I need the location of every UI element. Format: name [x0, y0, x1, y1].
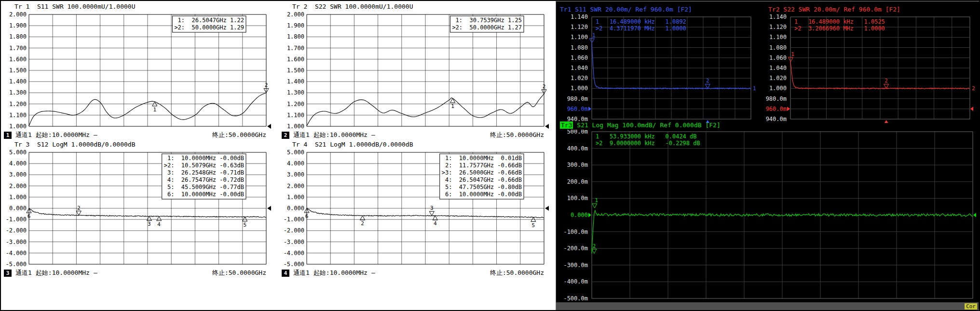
sweep-indicator: —	[371, 268, 375, 278]
svg-text:5.000: 5.000	[9, 149, 27, 156]
svg-text:4: 26.5047GHz -0.66dB: 4: 26.5047GHz -0.66dB	[442, 176, 522, 183]
svg-text:2: 2	[706, 78, 709, 84]
svg-text:-1.000: -1.000	[6, 216, 27, 223]
sweep-indicator: —	[94, 268, 97, 278]
svg-text:>2: 50.0000GHz 1.29: >2: 50.0000GHz 1.29	[174, 24, 244, 31]
svg-text:400.0m: 400.0m	[567, 145, 588, 152]
svg-text:1: 30.7539GHz 1.25: 1: 30.7539GHz 1.25	[452, 17, 522, 24]
channel-badge: 4	[282, 270, 289, 277]
channel-footer-2: 2 通道1 起始:10.0000MHz — 终止:50.0000GHz	[280, 130, 555, 140]
svg-text:1.100: 1.100	[571, 34, 588, 41]
svg-text:1.300: 1.300	[287, 89, 304, 96]
svg-text:1.200: 1.200	[9, 101, 27, 108]
svg-text:>2: 50.0000GHz 1.27: >2: 50.0000GHz 1.27	[452, 24, 522, 31]
svg-text:5: 5	[243, 222, 246, 228]
stop-frequency: 终止:50.0000GHz	[490, 130, 544, 140]
svg-text:1.400: 1.400	[9, 78, 27, 85]
svg-text:1: 1	[753, 85, 756, 92]
svg-text:-2.000: -2.000	[284, 227, 304, 234]
trace2-title: Tr2 S22 SWR 20.00m/ Ref 960.0m [F2]	[768, 6, 900, 13]
svg-text:2: 2	[543, 83, 546, 90]
svg-text:6: 6	[305, 213, 309, 219]
svg-text:5.000: 5.000	[287, 149, 304, 156]
svg-text:-5.000: -5.000	[284, 261, 304, 268]
svg-text:5: 45.5009GHz -0.77dB: 5: 45.5009GHz -0.77dB	[164, 184, 244, 190]
svg-text:1.020: 1.020	[571, 75, 588, 81]
svg-text:2: 2	[265, 82, 268, 88]
svg-text:1.120: 1.120	[571, 24, 588, 30]
sweep-indicator: —	[371, 130, 375, 140]
chart-cell-tr3: Tr 3 S12 LogM 1.0000dB/0.0000dB 5.0004.0…	[2, 140, 277, 278]
svg-text:2: 2	[361, 220, 364, 227]
chart-title-tr2: Tr 2 S22 SWR 100.0000mU/1.0000U	[280, 2, 555, 11]
svg-text:940.0m: 940.0m	[766, 116, 787, 122]
svg-text:960.0m: 960.0m	[567, 106, 588, 112]
svg-text:1.100: 1.100	[9, 112, 27, 119]
svg-text:-4.000: -4.000	[284, 250, 304, 257]
trace1-badge: Tr1	[560, 6, 571, 13]
trace3-title: Tr3 S21 Log Mag 100.0mdB/ Ref 0.000dB [F…	[560, 122, 721, 129]
svg-text:-2.000: -2.000	[6, 227, 27, 234]
svg-text:960.0m: 960.0m	[766, 106, 787, 112]
svg-text:3.000: 3.000	[287, 171, 304, 178]
channel-label: 通道1	[293, 130, 310, 140]
sweep-indicator: —	[94, 130, 97, 140]
svg-text:980.0m: 980.0m	[567, 95, 588, 102]
svg-text:-200.0m: -200.0m	[563, 245, 588, 252]
svg-text:1.800: 1.800	[9, 33, 27, 40]
svg-text:1 16.489000 kHz 1.0525: 1 16.489000 kHz 1.0525	[794, 18, 885, 25]
svg-text:2.000: 2.000	[287, 183, 304, 189]
svg-text:1: 1	[451, 103, 454, 109]
status-bar: 1 Start 9 kHz IFBW 70 kHz Stop 6 MHz Cor	[556, 302, 979, 311]
svg-text:1.400: 1.400	[287, 78, 304, 85]
start-frequency: 起始:10.0000MHz	[36, 130, 90, 140]
svg-text:4.000: 4.000	[9, 160, 27, 167]
right-s21-plot: 500.0m400.0m300.0m200.0m100.0m0.000-100.…	[562, 130, 978, 301]
start-frequency: 起始:10.0000MHz	[36, 268, 90, 278]
channel-badge: 3	[4, 270, 12, 277]
channel-footer-1: 1 通道1 起始:10.0000MHz — 终止:50.0000GHz	[2, 130, 277, 140]
svg-text:0.000: 0.000	[287, 205, 304, 212]
svg-text:3: 3	[430, 205, 434, 211]
chart-title-tr1: Tr 1 S11 SWR 100.0000mU/1.0000U	[2, 2, 277, 11]
svg-text:1 16.489000 kHz 1.0892: 1 16.489000 kHz 1.0892	[596, 18, 686, 25]
svg-text:2: 11.7577GHz -0.66dB: 2: 11.7577GHz -0.66dB	[442, 162, 522, 169]
trace1-title-text: S11 SWR 20.00m/ Ref 960.0m [F2]	[571, 6, 692, 13]
svg-text:2.000: 2.000	[9, 183, 27, 189]
svg-text:2: 2	[77, 205, 81, 211]
svg-text:1.000: 1.000	[287, 123, 304, 130]
svg-text:1.000: 1.000	[769, 85, 787, 92]
svg-text:1.020: 1.020	[769, 75, 787, 81]
svg-text:1: 1	[791, 51, 794, 57]
svg-text:>2: 10.5079GHz -0.63dB: >2: 10.5079GHz -0.63dB	[164, 162, 244, 169]
left-vna-screen: Tr 1 S11 SWR 100.0000mU/1.0000U 2.0001.9…	[1, 1, 556, 310]
trace3-title-text: S21 Log Mag 100.0mdB/ Ref 0.000dB [F2]	[573, 122, 720, 129]
svg-text:>2 3.2066960 MHz 1.0000: >2 3.2066960 MHz 1.0000	[794, 25, 885, 32]
svg-text:1.300: 1.300	[9, 89, 27, 96]
trace1-title: Tr1 S11 SWR 20.00m/ Ref 960.0m [F2]	[560, 6, 692, 13]
chart-cell-tr4: Tr 4 S21 LogM 1.0000dB/0.0000dB 5.0004.0…	[280, 140, 555, 278]
svg-text:2: 2	[885, 78, 888, 84]
svg-text:>2 9.0000000 kHz -0.2298 dB: >2 9.0000000 kHz -0.2298 dB	[596, 140, 700, 147]
channel-label: 通道1	[293, 268, 310, 278]
svg-text:1: 26.5047GHz 1.22: 1: 26.5047GHz 1.22	[174, 17, 244, 24]
svg-text:1.700: 1.700	[287, 45, 304, 52]
channel-badge: 2	[282, 132, 289, 139]
svg-text:4.000: 4.000	[287, 160, 304, 167]
svg-text:0.000: 0.000	[571, 212, 588, 218]
svg-text:5: 5	[532, 222, 535, 229]
svg-text:4: 4	[434, 220, 437, 227]
chart-cell-tr1: Tr 1 S11 SWR 100.0000mU/1.0000U 2.0001.9…	[2, 2, 277, 140]
svg-text:2.000: 2.000	[9, 11, 27, 18]
svg-text:0.000: 0.000	[9, 205, 27, 212]
svg-text:1: 1	[595, 197, 599, 203]
svg-text:1.080: 1.080	[571, 44, 588, 51]
svg-text:3: 26.2548GHz -0.71dB: 3: 26.2548GHz -0.71dB	[164, 169, 244, 176]
svg-text:1: 1	[153, 107, 156, 113]
svg-text:1.040: 1.040	[571, 65, 588, 71]
channel-footer-3: 3 通道1 起始:10.0000MHz — 终止:50.0000GHz	[2, 268, 277, 278]
tr2-swr-plot: 2.0001.9001.8001.7001.6001.5001.4001.300…	[280, 11, 555, 130]
svg-text:4: 4	[157, 221, 161, 228]
right-s11-plot: 1.1401.1201.1001.0801.0601.0401.0201.000…	[562, 14, 756, 123]
svg-text:300.0m: 300.0m	[567, 162, 588, 168]
